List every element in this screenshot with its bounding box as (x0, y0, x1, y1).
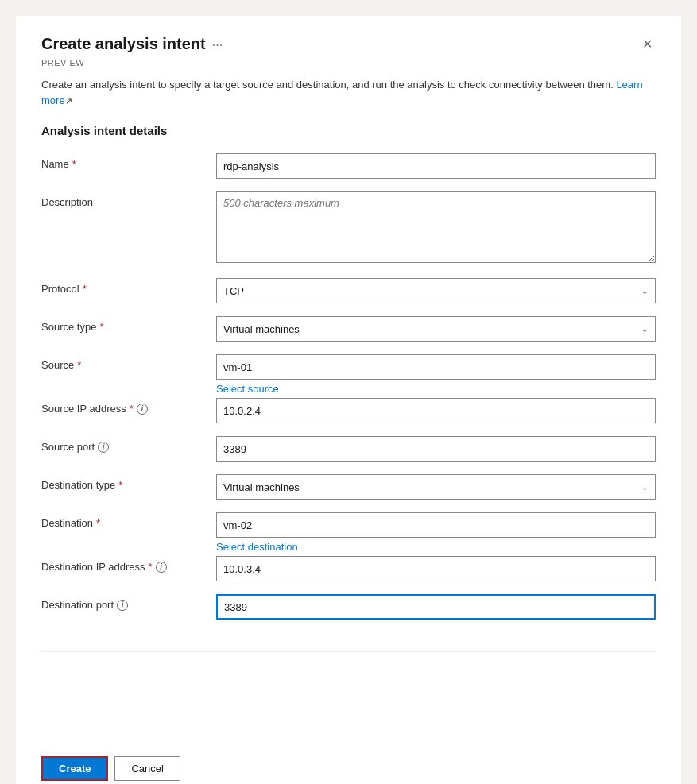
destination-port-control-wrap (216, 594, 656, 620)
source-required: * (77, 359, 81, 371)
create-button[interactable]: Create (41, 756, 108, 781)
source-port-info-icon[interactable]: i (98, 442, 109, 453)
name-required: * (72, 158, 76, 170)
source-ip-control-wrap (216, 398, 656, 423)
close-button[interactable]: ✕ (639, 33, 656, 55)
preview-label: PREVIEW (41, 58, 656, 68)
destination-label: Destination * (41, 512, 216, 529)
destination-type-required: * (118, 479, 122, 491)
description-label: Description (41, 191, 216, 208)
name-input[interactable] (216, 153, 656, 179)
source-port-row: Source port i (41, 436, 656, 462)
protocol-row: Protocol * TCP UDP Any ⌄ (41, 278, 656, 303)
create-analysis-intent-panel: Create analysis intent ··· ✕ PREVIEW Cre… (16, 16, 681, 784)
select-destination-link[interactable]: Select destination (216, 541, 298, 553)
select-source-link[interactable]: Select source (216, 383, 279, 395)
footer: Create Cancel (41, 743, 656, 784)
destination-input[interactable] (216, 512, 656, 538)
destination-type-select[interactable]: Virtual machines Subnet IP address (216, 474, 656, 500)
protocol-control-wrap: TCP UDP Any ⌄ (216, 278, 656, 303)
source-port-input[interactable] (216, 436, 656, 462)
name-control-wrap (216, 153, 656, 179)
destination-ip-required: * (149, 561, 153, 573)
source-type-control-wrap: Virtual machines Subnet IP address ⌄ (216, 316, 656, 342)
panel-description: Create an analysis intent to specify a t… (41, 77, 656, 108)
source-port-label: Source port i (41, 436, 216, 453)
protocol-select[interactable]: TCP UDP Any (216, 278, 656, 303)
cancel-button[interactable]: Cancel (114, 756, 180, 781)
description-control-wrap (216, 191, 656, 265)
section-title: Analysis intent details (41, 124, 656, 137)
name-label: Name * (41, 153, 216, 170)
destination-ip-label: Destination IP address * i (41, 556, 216, 573)
source-row: Source * Select source (41, 354, 656, 395)
footer-divider (41, 651, 656, 652)
more-menu-button[interactable]: ··· (212, 38, 223, 52)
close-icon: ✕ (642, 37, 652, 51)
destination-row: Destination * Select destination (41, 512, 656, 553)
source-type-row: Source type * Virtual machines Subnet IP… (41, 316, 656, 342)
destination-port-input[interactable] (216, 594, 656, 620)
source-ip-label: Source IP address * i (41, 398, 216, 415)
destination-ip-info-icon[interactable]: i (156, 562, 167, 573)
name-row: Name * (41, 153, 656, 179)
destination-port-row: Destination port i (41, 594, 656, 620)
source-type-select-wrap: Virtual machines Subnet IP address ⌄ (216, 316, 656, 342)
source-control-wrap: Select source (216, 354, 656, 395)
panel-header: Create analysis intent ··· ✕ (41, 35, 656, 55)
destination-control-wrap: Select destination (216, 512, 656, 553)
protocol-select-wrap: TCP UDP Any ⌄ (216, 278, 656, 303)
source-port-control-wrap (216, 436, 656, 462)
destination-type-row: Destination type * Virtual machines Subn… (41, 474, 656, 500)
source-input[interactable] (216, 354, 656, 380)
source-ip-input[interactable] (216, 398, 656, 423)
source-type-label: Source type * (41, 316, 216, 333)
protocol-required: * (83, 283, 87, 295)
panel-title-group: Create analysis intent ··· (41, 35, 223, 53)
source-ip-row: Source IP address * i (41, 398, 656, 423)
destination-port-label: Destination port i (41, 594, 216, 611)
source-ip-info-icon[interactable]: i (137, 404, 148, 415)
description-textarea[interactable] (216, 191, 656, 263)
destination-port-info-icon[interactable]: i (117, 600, 128, 611)
destination-required: * (96, 517, 100, 529)
destination-type-label: Destination type * (41, 474, 216, 491)
destination-type-control-wrap: Virtual machines Subnet IP address ⌄ (216, 474, 656, 500)
external-link-icon: ↗ (65, 96, 72, 106)
source-type-required: * (99, 321, 103, 333)
description-row: Description (41, 191, 656, 265)
destination-ip-input[interactable] (216, 556, 656, 581)
source-type-select[interactable]: Virtual machines Subnet IP address (216, 316, 656, 342)
destination-ip-control-wrap (216, 556, 656, 581)
destination-ip-row: Destination IP address * i (41, 556, 656, 581)
panel-title: Create analysis intent (41, 35, 206, 53)
protocol-label: Protocol * (41, 278, 216, 295)
destination-type-select-wrap: Virtual machines Subnet IP address ⌄ (216, 474, 656, 500)
source-ip-required: * (130, 403, 134, 415)
source-label: Source * (41, 354, 216, 371)
